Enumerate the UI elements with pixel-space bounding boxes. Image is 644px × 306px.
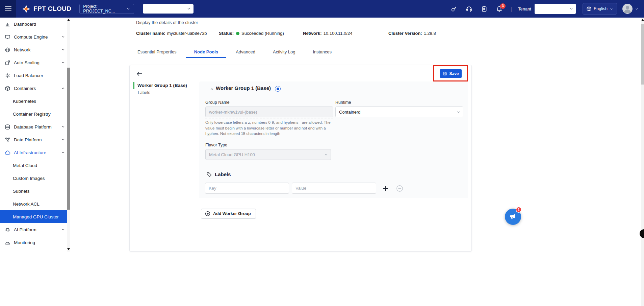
database-icon xyxy=(5,124,10,130)
version-value: 1.29.8 xyxy=(424,31,436,36)
project-selector[interactable]: Project: PROJECT_NC... xyxy=(79,4,134,14)
group-nav-item[interactable]: Worker Group 1 (Base) xyxy=(137,83,187,88)
topbar-separator: | xyxy=(511,6,512,12)
user-menu[interactable] xyxy=(622,4,639,14)
sidebar-item-auto-scaling[interactable]: Auto Scaling xyxy=(0,56,70,69)
sidebar-item-database-platform[interactable]: Database Platform xyxy=(0,120,70,133)
plus-circle-icon xyxy=(205,211,210,216)
scroll-up-arrow[interactable] xyxy=(67,18,70,22)
tab-instances[interactable]: Instances xyxy=(305,47,340,58)
remove-label-button[interactable] xyxy=(395,184,404,193)
notifications-bell-icon[interactable]: 3 xyxy=(496,6,503,12)
collapse-chevron-up-icon[interactable] xyxy=(210,87,214,91)
chevron-down-icon xyxy=(61,61,65,65)
chevron-up-icon xyxy=(61,150,65,155)
chevron-down-icon xyxy=(569,7,573,11)
sidebar-scrollbar[interactable] xyxy=(67,18,70,252)
sidebar-scrollbar-thumb[interactable] xyxy=(67,68,70,210)
save-icon xyxy=(443,71,447,76)
sidebar-item-containers[interactable]: Containers xyxy=(0,82,70,95)
sidebar-item-compute-engine[interactable]: Compute Engine xyxy=(0,30,70,43)
cluster-status-field: Status: Succeeded (Running) xyxy=(219,31,303,36)
node-pools-card: Save Worker Group 1 (Base) Labels Worker… xyxy=(129,65,472,252)
monitor-icon xyxy=(5,34,10,40)
gauge-icon xyxy=(5,240,10,245)
scroll-up-arrow[interactable] xyxy=(641,18,644,22)
chevron-down-icon xyxy=(187,7,191,11)
chevron-up-icon xyxy=(61,86,65,90)
group-nav-labels-item[interactable]: Labels xyxy=(138,90,150,95)
group-name-label: Group Name xyxy=(205,100,230,105)
sidebar-item-monitoring[interactable]: Monitoring xyxy=(0,236,70,249)
sidebar-item-metal-cloud[interactable]: Metal Cloud xyxy=(0,159,70,172)
menu-button[interactable] xyxy=(0,0,16,18)
sidebar-item-network[interactable]: Network xyxy=(0,43,70,56)
cluster-info-row: Cluster name: mycluster-uab8e73b Status:… xyxy=(136,31,436,36)
cluster-network-field: Network: 10.100.11.0/24 xyxy=(303,31,388,36)
notification-badge: 3 xyxy=(500,3,506,9)
key-icon[interactable] xyxy=(450,6,457,12)
chevron-down-icon xyxy=(61,125,65,129)
tab-advanced[interactable]: Advanced xyxy=(228,47,263,58)
page-scrollbar-thumb[interactable] xyxy=(641,24,644,85)
cluster-detail-header: Display the details of the cluster Clust… xyxy=(129,18,472,58)
survey-clipboard-icon[interactable] xyxy=(481,6,487,12)
load-balancer-icon xyxy=(5,73,10,78)
fpt-logo-icon xyxy=(22,4,31,14)
globe-icon xyxy=(586,6,592,11)
status-badge: Succeeded (Running) xyxy=(241,31,284,36)
label-key-input[interactable] xyxy=(205,183,289,194)
sidebar-item-managed-gpu-cluster[interactable]: Managed GPU Cluster xyxy=(0,210,67,223)
chevron-down-icon xyxy=(61,48,65,52)
group-name-input[interactable] xyxy=(205,107,333,117)
sidebar-item-load-balancer[interactable]: Load Balancer xyxy=(0,69,70,82)
sidebar-item-subnets[interactable]: Subnets xyxy=(0,185,70,197)
tab-node-pools[interactable]: Node Pools xyxy=(186,47,227,58)
chevron-down-icon xyxy=(61,138,65,142)
tab-activity-log[interactable]: Activity Log xyxy=(265,47,303,58)
sidebar-item-container-registry[interactable]: Container Registry xyxy=(0,108,70,120)
tenant-selector[interactable] xyxy=(535,4,576,14)
chevron-down-icon xyxy=(610,7,613,11)
chevron-down-icon xyxy=(61,35,65,39)
cluster-name-value: mycluster-uab8e73b xyxy=(167,31,207,36)
sidebar-item-network-acl[interactable]: Network ACL xyxy=(0,197,70,210)
select-divider xyxy=(454,109,454,115)
labels-title: Labels xyxy=(215,171,231,177)
worker-group-panel: Worker Group 1 (Base) Group Name Only lo… xyxy=(199,81,468,198)
sidebar-item-ai-infrastructure[interactable]: AI Infrastructure xyxy=(0,146,70,159)
scroll-down-arrow[interactable] xyxy=(67,248,70,251)
page-scrollbar[interactable] xyxy=(641,18,644,306)
worker-group-title: Worker Group 1 (Base) xyxy=(216,85,271,91)
tab-essential-properties[interactable]: Essential Properties xyxy=(129,47,185,58)
add-label-button[interactable] xyxy=(381,184,390,193)
sidebar-item-custom-images[interactable]: Custom Images xyxy=(0,172,70,185)
page-subtitle: Display the details of the cluster xyxy=(136,20,198,25)
label-value-input[interactable] xyxy=(292,183,376,194)
worker-group-radio[interactable] xyxy=(275,86,281,92)
cluster-version-field: Cluster Version: 1.29.8 xyxy=(388,31,436,36)
chevron-down-icon xyxy=(61,228,65,232)
sidebar-item-data-platform[interactable]: Data Platform xyxy=(0,133,70,146)
sidebar-item-dashboard[interactable]: Dashboard xyxy=(0,18,70,30)
add-worker-group-button[interactable]: Add Worker Group xyxy=(201,209,256,219)
dashed-underline xyxy=(205,118,333,118)
flavor-type-label: Flavor Type xyxy=(205,143,227,147)
sidebar-item-kubernetes[interactable]: Kubernetes xyxy=(0,95,70,108)
sidebar-item-ai-platform[interactable]: AI Platform xyxy=(0,223,70,236)
logo-text: FPT CLOUD xyxy=(33,5,71,13)
language-selector[interactable]: English xyxy=(583,3,617,15)
topbar-actions: 3 | Tenant English xyxy=(442,0,639,18)
auto-scaling-icon xyxy=(5,60,10,66)
topbar: FPT CLOUD Project: PROJECT_NC... 3 | Ten… xyxy=(0,0,644,18)
status-dot xyxy=(236,32,239,35)
save-button[interactable]: Save xyxy=(440,69,462,78)
runtime-select[interactable]: Containerd xyxy=(335,107,463,117)
back-button[interactable] xyxy=(135,69,144,78)
tenant-label: Tenant xyxy=(518,6,531,11)
support-chat-icon[interactable] xyxy=(466,5,472,12)
flavor-type-select[interactable]: Metal Cloud GPU H100 xyxy=(205,149,331,160)
secondary-selector[interactable] xyxy=(143,4,194,14)
chat-widget-partial[interactable] xyxy=(640,229,644,238)
megaphone-icon xyxy=(509,213,517,221)
